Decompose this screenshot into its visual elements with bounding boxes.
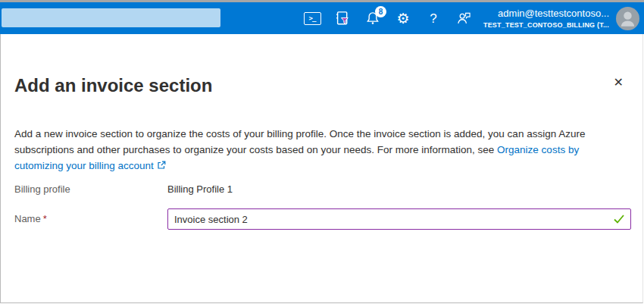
settings-gear-icon: ⚙ (396, 11, 409, 26)
account-tenant: TEST_TEST_CONTOSO_BILLING (T... (483, 20, 609, 30)
search-input[interactable] (2, 8, 220, 27)
directory-filter-icon (334, 10, 351, 27)
settings-button[interactable]: ⚙ (394, 9, 412, 27)
account-menu[interactable]: admin@testtestcontoso... TEST_TEST_CONTO… (483, 8, 609, 30)
portal-top-bar: >_ 8 ⚙ ? (0, 2, 644, 34)
cloud-shell-icon: >_ (304, 12, 321, 25)
close-icon[interactable]: ✕ (614, 77, 624, 89)
help-icon: ? (430, 12, 436, 25)
name-field-wrapper (167, 208, 631, 230)
avatar-silhouette-icon (616, 7, 639, 30)
external-link-icon (157, 158, 166, 174)
panel-description: Add a new invoice section to organize th… (14, 126, 611, 174)
feedback-button[interactable] (455, 9, 473, 27)
billing-profile-value: Billing Profile 1 (167, 183, 233, 195)
add-invoice-section-panel: Add an invoice section ✕ Add a new invoi… (0, 34, 643, 303)
page-title: Add an invoice section (14, 75, 212, 96)
notifications-button[interactable]: 8 (364, 9, 382, 27)
name-field-label: Name* (14, 213, 47, 224)
account-email: admin@testtestcontoso... (483, 8, 609, 20)
help-button[interactable]: ? (424, 9, 442, 27)
valid-check-icon (614, 215, 624, 224)
notification-count-badge: 8 (375, 6, 386, 17)
required-asterisk: * (43, 213, 47, 224)
top-bar-icons: >_ 8 ⚙ ? (303, 2, 473, 34)
name-input[interactable] (167, 208, 631, 230)
billing-profile-label: Billing profile (14, 183, 70, 195)
cloud-shell-button[interactable]: >_ (303, 9, 321, 27)
avatar[interactable] (616, 7, 639, 30)
azure-portal-screen: >_ 8 ⚙ ? (0, 0, 644, 304)
feedback-icon (455, 10, 472, 27)
directory-filter-button[interactable] (333, 9, 352, 27)
